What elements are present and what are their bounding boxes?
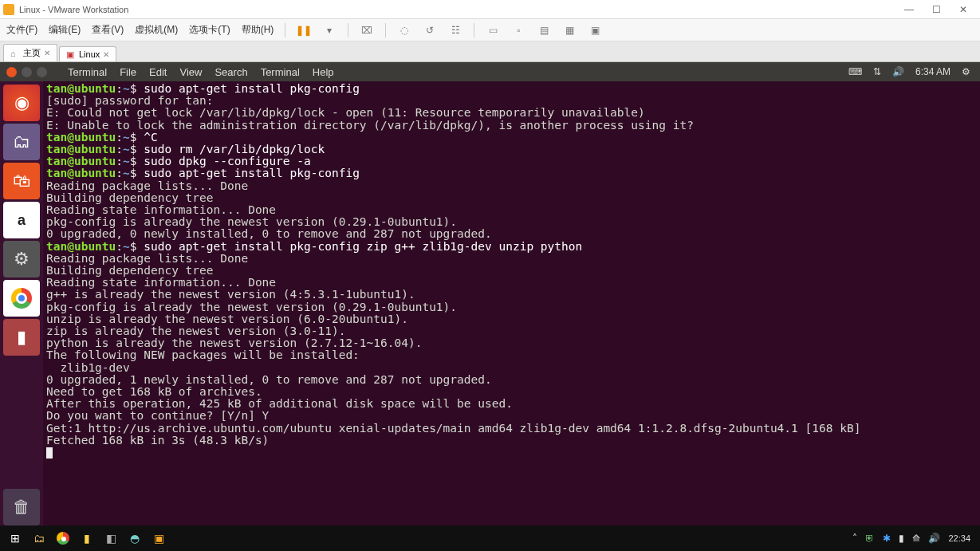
vmware-logo-icon: [3, 4, 14, 15]
windows-clock[interactable]: 22:34: [948, 533, 970, 543]
window-title: Linux - VMware Workstation: [19, 5, 900, 14]
launcher-files[interactable]: 🗂: [3, 124, 40, 160]
vmware-menu-bar: 文件(F) 编辑(E) 查看(V) 虚拟机(M) 选项卡(T) 帮助(H) ❚❚…: [0, 19, 980, 41]
fullscreen-icon[interactable]: ▭: [486, 24, 500, 37]
snapshot-revert-icon[interactable]: ↺: [423, 24, 437, 37]
send-keys-icon[interactable]: ⌧: [360, 24, 374, 37]
snapshot-manager-icon[interactable]: ☷: [448, 24, 462, 37]
appmenu-search[interactable]: Search: [214, 66, 247, 78]
ubuntu-top-bar: Terminal File Edit View Search Terminal …: [0, 62, 980, 81]
pause-icon[interactable]: ❚❚: [297, 24, 311, 37]
tray-wifi-icon[interactable]: ⟰: [912, 533, 920, 544]
task-app1[interactable]: ▮: [75, 529, 99, 548]
launcher-settings[interactable]: ⚙: [3, 241, 40, 277]
appmenu-file[interactable]: File: [120, 66, 136, 78]
appmenu-terminal[interactable]: Terminal: [68, 66, 107, 78]
launcher-editor[interactable]: ▮: [3, 319, 40, 356]
appmenu-help[interactable]: Help: [313, 66, 334, 78]
task-vmware[interactable]: ▣: [147, 529, 171, 548]
launcher-chrome[interactable]: [3, 280, 40, 317]
vmware-title-bar: Linux - VMware Workstation — ☐ ✕: [0, 0, 980, 19]
windows-tray: ˄ ⛨ ✱ ▮ ⟰ 🔊 22:34: [852, 533, 977, 544]
task-app3[interactable]: ◓: [123, 529, 147, 548]
menu-vm[interactable]: 虚拟机(M): [135, 23, 178, 37]
menu-view[interactable]: 查看(V): [92, 23, 124, 37]
ubuntu-tray: ⌨ ⇅ 🔊 6:34 AM ⚙: [848, 66, 980, 77]
chrome-icon: [57, 532, 69, 545]
menu-help[interactable]: 帮助(H): [242, 23, 274, 37]
tray-up-icon[interactable]: ˄: [852, 533, 857, 544]
minimize-button[interactable]: —: [900, 3, 918, 16]
tray-battery-icon[interactable]: ▮: [899, 533, 904, 544]
vm-display[interactable]: Terminal File Edit View Search Terminal …: [0, 62, 980, 525]
window-maximize-icon[interactable]: [37, 67, 47, 77]
keyboard-icon[interactable]: ⌨: [848, 66, 862, 77]
network-icon[interactable]: ⇅: [873, 66, 881, 77]
launcher-software[interactable]: 🛍: [3, 163, 40, 199]
home-icon: [10, 49, 20, 58]
library-icon[interactable]: ▣: [588, 24, 602, 37]
launcher-dash[interactable]: ◉: [3, 85, 40, 121]
console-view-icon[interactable]: ▤: [537, 24, 551, 37]
ubuntu-launcher: ◉ 🗂 🛍 a ⚙ >_ ▮ 🗑: [0, 81, 43, 525]
windows-taskbar: ⊞ 🗂 ▮ ◧ ◓ ▣ ˄ ⛨ ✱ ▮ ⟰ 🔊 22:34: [0, 525, 980, 551]
clock-label[interactable]: 6:34 AM: [915, 66, 950, 77]
close-button[interactable]: ✕: [954, 3, 972, 16]
menu-tabs[interactable]: 选项卡(T): [189, 23, 230, 37]
launcher-trash[interactable]: 🗑: [3, 489, 40, 525]
chrome-icon: [11, 288, 32, 309]
tab-home-label: 主页: [23, 47, 41, 59]
menu-file[interactable]: 文件(F): [6, 23, 37, 37]
launcher-amazon[interactable]: a: [3, 202, 40, 238]
vm-icon: [66, 49, 76, 59]
task-explorer[interactable]: 🗂: [27, 529, 51, 548]
vmware-tab-bar: 主页 ✕ Linux ✕: [0, 41, 980, 62]
thumbnail-icon[interactable]: ▦: [562, 24, 577, 37]
tray-bluetooth-icon[interactable]: ✱: [883, 533, 891, 544]
ubuntu-app-menu: Terminal File Edit View Search Terminal …: [68, 66, 334, 78]
volume-icon[interactable]: 🔊: [892, 66, 904, 77]
window-close-icon[interactable]: [6, 67, 17, 77]
window-minimize-icon[interactable]: [22, 67, 32, 77]
gear-icon[interactable]: ⚙: [962, 66, 970, 77]
appmenu-view[interactable]: View: [179, 66, 202, 78]
task-app2[interactable]: ◧: [99, 529, 123, 548]
tab-home-close[interactable]: ✕: [44, 49, 50, 57]
snapshot-icon[interactable]: ◌: [397, 24, 411, 37]
tray-volume-icon[interactable]: 🔊: [928, 533, 940, 544]
tab-vm-close[interactable]: ✕: [103, 50, 109, 59]
task-chrome[interactable]: [51, 529, 75, 548]
dropdown-icon[interactable]: ▾: [322, 24, 337, 37]
appmenu-terminal2[interactable]: Terminal: [261, 66, 300, 78]
appmenu-edit[interactable]: Edit: [149, 66, 167, 78]
maximize-button[interactable]: ☐: [927, 3, 945, 16]
tab-vm-linux[interactable]: Linux ✕: [59, 46, 116, 61]
terminal-cursor: [46, 447, 53, 459]
tab-vm-label: Linux: [79, 49, 100, 59]
tray-security-icon[interactable]: ⛨: [865, 533, 875, 544]
tab-home[interactable]: 主页 ✕: [3, 44, 57, 61]
menu-edit[interactable]: 编辑(E): [49, 23, 81, 37]
unity-icon[interactable]: ▫: [511, 24, 525, 37]
amazon-label: a: [18, 212, 26, 229]
terminal-output[interactable]: tan@ubuntu:~$ sudo apt-get install pkg-c…: [43, 81, 980, 525]
start-button[interactable]: ⊞: [3, 532, 27, 545]
